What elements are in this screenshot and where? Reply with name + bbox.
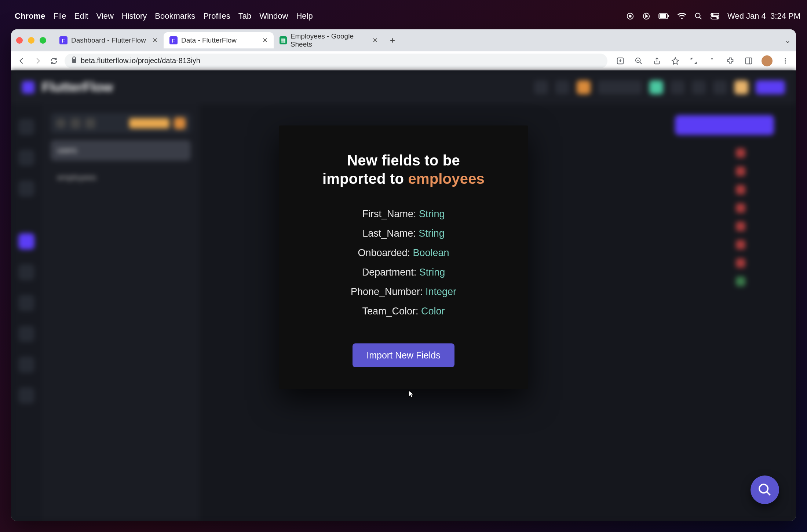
browser-tab[interactable]: F Dashboard - FlutterFlow ✕ — [54, 32, 164, 48]
extension-icon[interactable] — [706, 55, 717, 66]
collection-name: employees — [408, 171, 485, 187]
fullscreen-icon[interactable] — [688, 55, 699, 66]
forward-button[interactable] — [32, 55, 43, 66]
window-controls[interactable] — [16, 37, 46, 44]
svg-rect-5 — [668, 15, 669, 17]
svg-rect-14 — [746, 58, 752, 64]
browser-tab[interactable]: ▦ Employees - Google Sheets ✕ — [274, 32, 384, 48]
import-new-fields-button[interactable]: Import New Fields — [353, 343, 454, 367]
battery-icon[interactable] — [658, 13, 669, 19]
flutterflow-app: FlutterFlow — [11, 70, 796, 521]
field-row: Onboarded: Boolean — [358, 247, 449, 259]
fullscreen-window-icon[interactable] — [40, 37, 46, 44]
tab-favicon-icon: F — [59, 36, 67, 44]
menubar-item[interactable]: Window — [259, 11, 288, 21]
import-fields-modal: New fields to be imported to employees F… — [279, 125, 528, 389]
svg-point-6 — [695, 13, 700, 18]
profile-avatar[interactable] — [762, 55, 773, 66]
menubar-item[interactable]: History — [122, 11, 147, 21]
lock-icon — [71, 57, 77, 65]
share-icon[interactable] — [651, 55, 662, 66]
menubar-clock[interactable]: Wed Jan 4 3:24 PM — [727, 11, 800, 21]
control-center-icon[interactable] — [711, 13, 719, 19]
svg-point-18 — [759, 484, 768, 493]
field-row: Last_Name: String — [362, 228, 445, 239]
play-circle-icon[interactable] — [642, 12, 650, 20]
menubar-item[interactable]: View — [96, 11, 114, 21]
menubar-item[interactable]: Edit — [74, 11, 88, 21]
svg-point-16 — [785, 60, 786, 61]
spotlight-icon[interactable] — [694, 12, 702, 20]
tab-close-icon[interactable]: ✕ — [372, 36, 378, 44]
screen-record-icon[interactable] — [626, 12, 634, 20]
modal-overlay: New fields to be imported to employees F… — [11, 70, 796, 521]
tab-favicon-icon: ▦ — [280, 36, 287, 44]
menubar-item[interactable]: Profiles — [203, 11, 230, 21]
modal-title: New fields to be imported to employees — [301, 151, 506, 188]
zoom-icon[interactable] — [633, 55, 644, 66]
browser-tab[interactable]: F Data - FlutterFlow ✕ — [164, 32, 274, 48]
sidepanel-icon[interactable] — [743, 55, 754, 66]
chrome-toolbar: beta.flutterflow.io/project/data-813iyh — [11, 51, 796, 70]
macos-menubar: Chrome File Edit View History Bookmarks … — [0, 7, 807, 26]
close-window-icon[interactable] — [16, 37, 23, 44]
svg-point-17 — [785, 62, 786, 63]
svg-point-1 — [629, 15, 631, 17]
tab-close-icon[interactable]: ✕ — [262, 36, 268, 44]
tab-favicon-icon: F — [169, 36, 178, 44]
field-row: Team_Color: Color — [362, 306, 445, 317]
menubar-item[interactable]: Tab — [238, 11, 251, 21]
svg-point-15 — [785, 58, 786, 59]
chrome-tabbar: F Dashboard - FlutterFlow ✕ F Data - Flu… — [11, 29, 796, 51]
chrome-window: F Dashboard - FlutterFlow ✕ F Data - Flu… — [11, 29, 796, 521]
field-row: Phone_Number: Integer — [351, 286, 456, 298]
reload-button[interactable] — [48, 55, 59, 66]
tab-title: Employees - Google Sheets — [291, 32, 369, 48]
url-text: beta.flutterflow.io/project/data-813iyh — [81, 57, 200, 65]
menubar-app-name[interactable]: Chrome — [15, 11, 45, 21]
new-tab-button[interactable]: + — [386, 34, 399, 47]
svg-rect-11 — [72, 59, 76, 63]
install-app-icon[interactable] — [615, 55, 626, 66]
svg-point-10 — [717, 17, 718, 19]
menubar-item[interactable]: Bookmarks — [155, 11, 195, 21]
field-row: Department: String — [362, 267, 445, 278]
menubar-item[interactable]: File — [53, 11, 66, 21]
tab-close-icon[interactable]: ✕ — [152, 36, 158, 44]
bookmark-icon[interactable] — [670, 55, 681, 66]
field-row: First_Name: String — [362, 208, 445, 220]
tabs-overflow-icon[interactable]: ⌄ — [785, 36, 791, 45]
fields-list: First_Name: String Last_Name: String Onb… — [301, 208, 506, 317]
menubar-item[interactable]: Help — [296, 11, 313, 21]
back-button[interactable] — [16, 55, 27, 66]
extensions-icon[interactable] — [725, 55, 736, 66]
svg-point-8 — [712, 14, 713, 15]
svg-rect-4 — [660, 14, 666, 18]
help-button[interactable] — [751, 475, 779, 504]
wifi-icon[interactable] — [678, 12, 686, 20]
tab-title: Dashboard - FlutterFlow — [71, 36, 146, 44]
chrome-menu-icon[interactable] — [780, 55, 791, 66]
address-bar[interactable]: beta.flutterflow.io/project/data-813iyh — [65, 54, 607, 68]
minimize-window-icon[interactable] — [28, 37, 34, 44]
tab-title: Data - FlutterFlow — [181, 36, 237, 44]
mouse-cursor-icon — [408, 390, 416, 398]
